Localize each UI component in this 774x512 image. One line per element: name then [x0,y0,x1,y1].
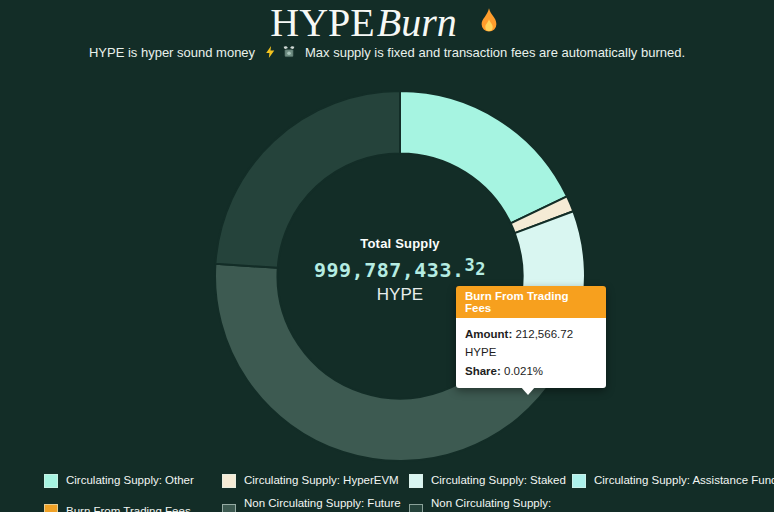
legend-item-circulating-supply-hyperevm[interactable]: Circulating Supply: HyperEVM [222,473,409,488]
legend-item-circulating-supply-other[interactable]: Circulating Supply: Other [44,473,222,488]
legend-label: Circulating Supply: HyperEVM [244,473,399,488]
legend-item-circulating-supply-staked[interactable]: Circulating Supply: Staked [409,473,572,488]
title-hype: HYPE [270,0,374,45]
legend-label: Burn From Trading Fees [66,504,191,512]
money-with-wings-icon [282,45,296,63]
legend-label: Circulating Supply: Other [66,473,194,488]
legend-swatch [409,474,423,488]
total-supply-label: Total Supply [277,236,523,251]
chart-legend: Circulating Supply: OtherCirculating Sup… [44,473,774,512]
total-supply-value: 999,787,433.32 [277,258,523,282]
tooltip-title: Burn From Trading Fees [456,286,606,318]
legend-swatch [44,474,58,488]
legend-swatch [222,474,236,488]
tooltip-pointer [520,386,536,403]
circulating-supply-other-segment[interactable] [400,91,567,223]
legend-swatch [222,504,236,512]
fire-icon [474,3,504,49]
high-voltage-icon [264,45,277,63]
legend-swatch [409,504,423,512]
subtitle-text-after: Max supply is fixed and transaction fees… [305,45,685,60]
legend-item-burn-from-trading-fees[interactable]: Burn From Trading Fees [44,496,222,512]
tooltip-amount-row: Amount: 212,566.72 HYPE [465,325,597,362]
legend-label: Non Circulating Supply: Other [431,496,572,512]
legend-swatch [44,504,58,512]
tooltip-share-row: Share: 0.021% [465,362,597,380]
page-subtitle: HYPE is hyper sound money Max supply is … [0,45,774,63]
subtitle-text-before: HYPE is hyper sound money [89,45,255,60]
page-title: HYPEBurn [0,0,774,46]
legend-swatch [572,474,586,488]
legend-label: Circulating Supply: Assistance Fund [594,473,774,488]
burn-tooltip: Burn From Trading Fees Amount: 212,566.7… [456,286,606,388]
legend-item-non-circulating-supply-other[interactable]: Non Circulating Supply: Other [409,496,572,512]
legend-item-non-circulating-supply-future-emissions[interactable]: Non Circulating Supply: Future Emissions [222,496,409,512]
legend-label: Non Circulating Supply: Future Emissions [244,496,409,512]
tooltip-body: Amount: 212,566.72 HYPE Share: 0.021% [456,318,606,388]
title-burn: Burn [377,0,457,45]
legend-item-circulating-supply-assistance-fund[interactable]: Circulating Supply: Assistance Fund [572,473,774,488]
hype-burn-page: HYPEBurn HYPE is hyper sound money Max s… [0,0,774,512]
legend-label: Circulating Supply: Staked [431,473,566,488]
